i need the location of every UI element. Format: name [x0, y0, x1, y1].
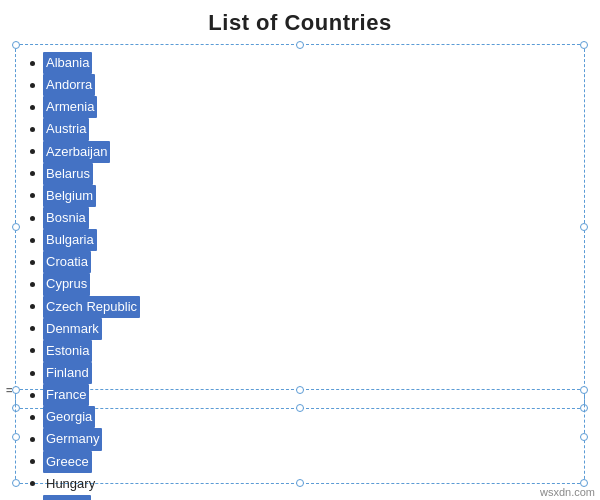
content-area: = AlbaniaAndorraArmeniaAustriaAzerbaijan…: [10, 44, 590, 500]
list-item: Belarus: [30, 163, 590, 185]
country-name: Germany: [43, 428, 102, 450]
country-name: Greece: [43, 451, 92, 473]
country-name: France: [43, 384, 89, 406]
bullet-icon: [30, 415, 35, 420]
list-item: Austria: [30, 118, 590, 140]
list-item: Croatia: [30, 251, 590, 273]
bullet-icon: [30, 216, 35, 221]
list-item: Denmark: [30, 318, 590, 340]
country-name: Azerbaijan: [43, 141, 110, 163]
bullet-icon: [30, 105, 35, 110]
bullet-icon: [30, 459, 35, 464]
bullet-icon: [30, 127, 35, 132]
bullet-icon: [30, 149, 35, 154]
country-name: Cyprus: [43, 273, 90, 295]
list-item: Finland: [30, 362, 590, 384]
bullet-icon: [30, 393, 35, 398]
list-item: Andorra: [30, 74, 590, 96]
page-title: List of Countries: [0, 0, 600, 44]
bullet-icon: [30, 481, 35, 486]
countries-list: AlbaniaAndorraArmeniaAustriaAzerbaijanBe…: [10, 44, 590, 500]
list-item: Greece: [30, 451, 590, 473]
list-item: Azerbaijan: [30, 141, 590, 163]
bullet-icon: [30, 437, 35, 442]
country-name: Croatia: [43, 251, 91, 273]
bullet-icon: [30, 171, 35, 176]
list-item: Belgium: [30, 185, 590, 207]
country-name: Bosnia: [43, 207, 89, 229]
list-item: Czech Republic: [30, 296, 590, 318]
country-name: Albania: [43, 52, 92, 74]
list-item: Estonia: [30, 340, 590, 362]
bullet-icon: [30, 326, 35, 331]
list-item: Cyprus: [30, 273, 590, 295]
country-name: Finland: [43, 362, 92, 384]
list-item: Germany: [30, 428, 590, 450]
country-name: Belgium: [43, 185, 96, 207]
bullet-icon: [30, 260, 35, 265]
list-item: Albania: [30, 52, 590, 74]
bullet-icon: [30, 371, 35, 376]
country-name: Austria: [43, 118, 89, 140]
country-name: Czech Republic: [43, 296, 140, 318]
bullet-icon: [30, 238, 35, 243]
country-name: Andorra: [43, 74, 95, 96]
bullet-icon: [30, 61, 35, 66]
bullet-icon: [30, 304, 35, 309]
bullet-icon: [30, 193, 35, 198]
country-name: Armenia: [43, 96, 97, 118]
bullet-icon: [30, 83, 35, 88]
list-item: France: [30, 384, 590, 406]
bullet-icon: [30, 282, 35, 287]
country-name: Hungary: [43, 473, 98, 495]
list-item: Armenia: [30, 96, 590, 118]
list-item: Georgia: [30, 406, 590, 428]
country-name: Belarus: [43, 163, 93, 185]
list-item: Iceland: [30, 495, 590, 500]
bullet-icon: [30, 348, 35, 353]
country-name: Georgia: [43, 406, 95, 428]
list-item: Bulgaria: [30, 229, 590, 251]
list-item: Bosnia: [30, 207, 590, 229]
country-name: Estonia: [43, 340, 92, 362]
country-name: Iceland: [43, 495, 91, 500]
list-item: Hungary: [30, 473, 590, 495]
country-name: Denmark: [43, 318, 102, 340]
watermark: wsxdn.com: [540, 486, 595, 498]
country-name: Bulgaria: [43, 229, 97, 251]
